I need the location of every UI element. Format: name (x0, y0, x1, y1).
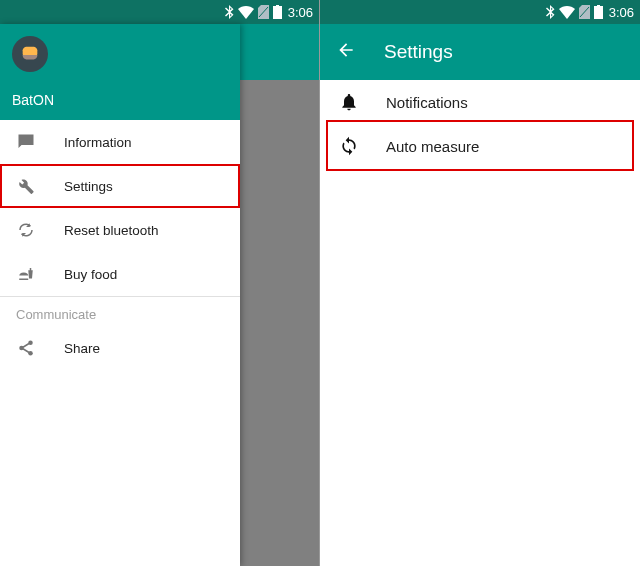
wifi-icon (238, 6, 254, 19)
battery-icon (273, 5, 282, 19)
highlight-box (0, 164, 240, 208)
app-icon (12, 36, 48, 72)
highlight-box (326, 120, 634, 171)
setting-label: Notifications (386, 94, 468, 111)
phone-left: 3:06 BatON Information Settings Reset bl… (0, 0, 320, 566)
drawer-section-communicate: Communicate (0, 296, 240, 326)
nav-item-share[interactable]: Share (0, 326, 240, 370)
status-time: 3:06 (288, 5, 313, 20)
share-icon (16, 339, 36, 357)
setting-notifications[interactable]: Notifications (320, 80, 640, 124)
setting-label: Auto measure (386, 138, 479, 155)
nav-drawer: BatON Information Settings Reset bluetoo… (0, 24, 240, 566)
back-button[interactable] (336, 40, 356, 64)
status-bar: 3:06 (0, 0, 319, 24)
reset-icon (16, 221, 36, 239)
nav-item-label: Reset bluetooth (64, 223, 159, 238)
scrim (240, 80, 319, 566)
message-icon (16, 133, 36, 151)
phone-right: 3:06 Settings Notifications Auto measure (320, 0, 640, 566)
nav-item-buy-food[interactable]: Buy food (0, 252, 240, 296)
bell-icon (338, 92, 360, 112)
nav-item-label: Settings (64, 179, 113, 194)
battery-icon (594, 5, 603, 19)
wrench-icon (16, 177, 36, 195)
status-bar: 3:06 (320, 0, 640, 24)
nav-item-reset-bluetooth[interactable]: Reset bluetooth (0, 208, 240, 252)
settings-list: Notifications Auto measure (320, 80, 640, 168)
nav-item-settings[interactable]: Settings (0, 164, 240, 208)
bluetooth-icon (545, 5, 555, 19)
nav-item-label: Share (64, 341, 100, 356)
page-title: Settings (384, 41, 453, 63)
nav-item-label: Buy food (64, 267, 117, 282)
setting-auto-measure[interactable]: Auto measure (320, 124, 640, 168)
sim-icon (258, 5, 269, 19)
wifi-icon (559, 6, 575, 19)
sim-icon (579, 5, 590, 19)
food-icon (16, 265, 36, 283)
nav-item-information[interactable]: Information (0, 120, 240, 164)
drawer-header: BatON (0, 24, 240, 120)
sync-icon (338, 136, 360, 156)
app-bar: Settings (320, 24, 640, 80)
status-time: 3:06 (609, 5, 634, 20)
drawer-list: Information Settings Reset bluetooth Buy… (0, 120, 240, 566)
bluetooth-icon (224, 5, 234, 19)
nav-item-label: Information (64, 135, 132, 150)
app-name: BatON (12, 92, 228, 108)
